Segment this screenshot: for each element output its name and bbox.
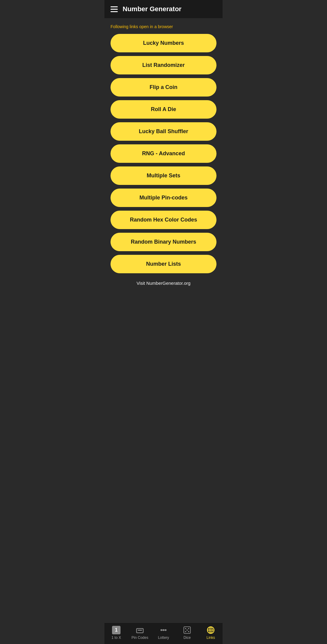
main-content: Following links open in a browser Lucky … <box>104 18 223 321</box>
link-button-7[interactable]: Multiple Pin-codes <box>111 189 216 207</box>
link-button-4[interactable]: Lucky Ball Shuffler <box>111 122 216 141</box>
link-button-10[interactable]: Number Lists <box>111 255 216 273</box>
link-button-8[interactable]: Random Hex Color Codes <box>111 211 216 229</box>
link-button-9[interactable]: Random Binary Numbers <box>111 233 216 251</box>
link-button-2[interactable]: Flip a Coin <box>111 78 216 97</box>
link-button-0[interactable]: Lucky Numbers <box>111 34 216 52</box>
app-header: Number Generator <box>104 0 223 18</box>
visit-text: Visit NumberGenerator.org <box>111 281 216 286</box>
link-button-6[interactable]: Multiple Sets <box>111 166 216 185</box>
link-button-1[interactable]: List Randomizer <box>111 56 216 74</box>
links-list: Lucky NumbersList RandomizerFlip a CoinR… <box>111 34 216 273</box>
page-title: Number Generator <box>123 5 181 13</box>
link-button-5[interactable]: RNG - Advanced <box>111 144 216 163</box>
menu-button[interactable] <box>111 6 118 12</box>
notice-text: Following links open in a browser <box>111 24 216 29</box>
link-button-3[interactable]: Roll A Die <box>111 100 216 119</box>
